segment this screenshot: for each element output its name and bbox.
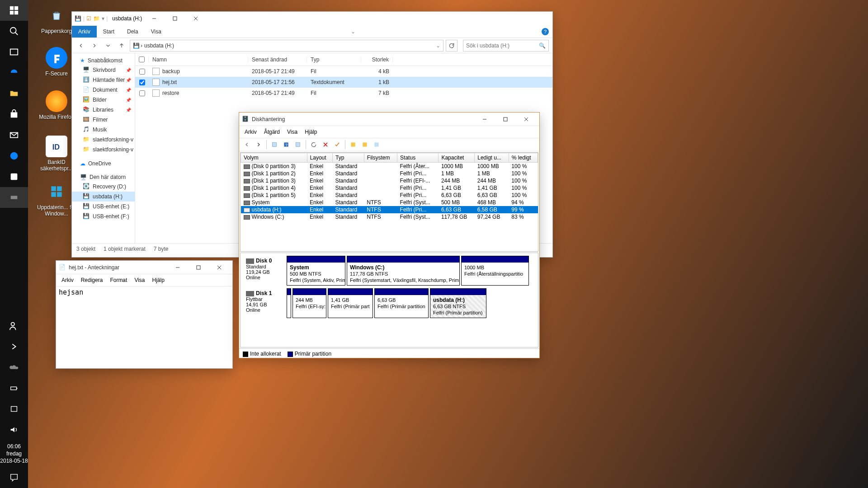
partition[interactable]: System500 MB NTFSFelfri (System, Aktiv, … [287,256,345,286]
volume-row[interactable]: (Disk 0 partition 3)EnkelStandardFelfri … [241,163,538,170]
refresh-button[interactable] [446,40,458,52]
navpane-drive[interactable]: 💾usbdata (H:) [72,192,135,202]
ribbon-collapse-icon[interactable]: ⌄ [351,28,355,35]
minimize-button[interactable] [167,261,188,274]
navpane-drive[interactable]: 💽Recovery (D:) [72,182,135,192]
toolbar-delete-icon[interactable] [321,140,330,150]
navpane-onedrive[interactable]: ☁OneDrive [72,159,135,168]
toolbar-list3-icon[interactable] [372,140,382,150]
navpane-item[interactable]: 🖥️Skrivbord📌 [72,65,135,75]
desktop-icon-winupdate[interactable]: Uppdaterin... för Window... [36,181,77,217]
menu-item[interactable]: Åtgärd [260,127,283,137]
edge-icon[interactable] [0,62,28,83]
diskmgmt-taskbar-icon[interactable] [0,187,28,208]
chevron-down-icon[interactable]: ⌄ [436,42,440,49]
file-row[interactable]: backup 2018-05-17 21:49 Fil 4 kB [135,66,552,77]
store-icon[interactable] [0,104,28,125]
minimize-button[interactable] [474,113,495,126]
start-button[interactable] [0,0,28,21]
volume-list[interactable]: VolymLayoutTypFilsystemStatusKapacitetLe… [240,152,538,252]
volume-col[interactable]: Ledigt u... [475,153,509,163]
qat-properties-icon[interactable]: ☑ [86,15,91,22]
toolbar-list-icon[interactable] [348,140,358,150]
volume-col[interactable]: Filsystem [364,153,397,163]
navpane-item[interactable]: 🎵Musik [72,125,135,135]
navpane-item[interactable]: 📁slaektforskning-v [72,145,135,155]
volume-row[interactable]: (Disk 1 partition 4)EnkelStandardFelfri … [241,184,538,192]
minimize-button[interactable] [144,12,165,25]
nav-forward-button[interactable] [89,40,100,51]
menu-item[interactable]: Hjälp [149,275,168,285]
navpane-thispc[interactable]: 🖥️Den här datorn [72,173,135,182]
taskbar-clock[interactable]: 06:06 fredag 2018-05-18 [0,440,28,467]
disk-graphical-view[interactable]: Disk 0Standard119,24 GBOnlineSystem500 M… [240,253,538,347]
partition[interactable]: 6,63 GBFelfri (Primär partition [374,288,429,318]
select-all-checkbox[interactable] [139,56,145,62]
ribbon-tab-visa[interactable]: Visa [145,26,168,38]
navpane-drive[interactable]: 💾USB-enhet (F:) [72,211,135,221]
row-checkbox[interactable] [139,80,145,85]
navpane-item[interactable]: 📁slaektforskning-v [72,135,135,145]
volume-row[interactable]: (Disk 1 partition 5)EnkelStandardFelfri … [241,192,538,199]
volume-col[interactable]: Volym [241,153,307,163]
nav-up-button[interactable] [116,40,127,51]
volume-col[interactable]: Layout [307,153,332,163]
close-button[interactable] [185,12,206,25]
ribbon-tab-arkiv[interactable]: Arkiv [72,26,97,38]
file-explorer-icon[interactable] [0,83,28,104]
menu-item[interactable]: Visa [283,127,301,137]
volume-row[interactable]: usbdata (H:)EnkelStandardNTFSFelfri (Pri… [241,206,538,213]
toolbar-back-icon[interactable] [242,140,252,150]
mail-icon[interactable] [0,125,28,145]
toolbar-list2-icon[interactable] [360,140,370,150]
maximize-button[interactable] [188,261,209,274]
col-date[interactable]: Senast ändrad [248,56,307,63]
menu-item[interactable]: Format [106,275,131,285]
row-checkbox[interactable] [139,90,145,96]
fsecure-icon[interactable] [0,145,28,166]
search-icon[interactable] [0,21,28,42]
toolbar-grid-icon[interactable] [269,140,279,150]
touchpad-icon[interactable] [0,399,28,419]
nav-back-button[interactable] [75,40,86,51]
maximize-button[interactable] [495,113,516,126]
toolbar-settings-icon[interactable] [293,140,303,150]
nav-recent-button[interactable] [103,40,113,51]
search-input[interactable] [466,42,539,49]
qat-newfolder-icon[interactable]: 📁 [93,15,100,22]
partition[interactable]: 1,41 GBFelfri (Primär part [328,288,373,318]
toolbar-help-icon[interactable]: ? [281,140,291,150]
col-size[interactable]: Storlek [361,56,393,63]
tray-expand-icon[interactable] [0,336,28,357]
search-field[interactable]: 🔍 [463,40,549,52]
bankid-icon[interactable] [0,166,28,187]
file-row[interactable]: hej.txt 2018-05-17 21:56 Textdokument 1 … [135,77,552,88]
partition[interactable]: usbdata (H:)6,63 GB NTFSFelfri (Primär p… [430,288,486,318]
address-field[interactable]: 💾 › usbdata (H:) ⌄ [130,40,443,52]
row-checkbox[interactable] [139,69,145,75]
volume-row[interactable]: Windows (C:)EnkelStandardNTFSFelfri (Sys… [241,213,538,221]
toolbar-forward-icon[interactable] [254,140,264,150]
onedrive-tray-icon[interactable] [0,357,28,378]
partition[interactable] [287,288,291,318]
notepad-textarea[interactable] [56,286,232,366]
col-type[interactable]: Typ [307,56,361,63]
volume-row[interactable]: (Disk 1 partition 3)EnkelStandardFelfri … [241,177,538,184]
menu-item[interactable]: Arkiv [58,275,77,285]
menu-item[interactable]: Hjälp [301,127,321,137]
partition[interactable]: 1000 MBFelfri (Återställningspartitio [461,256,529,286]
partition[interactable]: 244 MBFelfri (EFI-sy: [292,288,326,318]
partition[interactable]: Windows (C:)117,78 GB NTFSFelfri (System… [347,256,460,286]
desktop-icon-firefox[interactable]: Mozilla Firefox [36,90,77,120]
volume-col[interactable]: Typ [333,153,364,163]
navpane-item[interactable]: 🎞️Filmer [72,115,135,125]
navpane-item[interactable]: 🖼️Bilder📌 [72,95,135,105]
volume-col[interactable]: % ledigt [509,153,538,163]
navpane-item[interactable]: 📄Dokument📌 [72,85,135,95]
navpane-drive[interactable]: 💾USB-enhet (E:) [72,202,135,211]
breadcrumb-item[interactable]: usbdata (H:) [144,42,174,49]
help-icon[interactable]: ? [542,28,549,35]
navpane-item[interactable]: ⬇️Hämtade filer📌 [72,75,135,85]
ribbon-tab-start[interactable]: Start [97,26,121,38]
file-row[interactable]: restore 2018-05-17 21:49 Fil 7 kB [135,88,552,99]
